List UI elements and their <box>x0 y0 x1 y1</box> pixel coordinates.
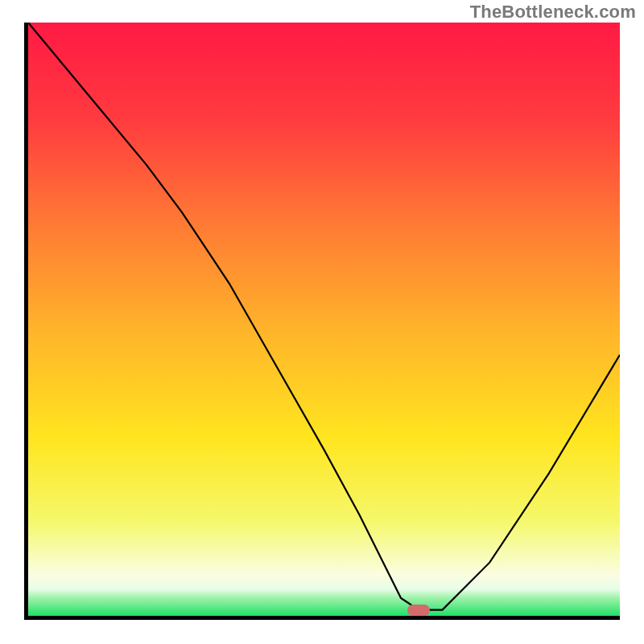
optimal-point-marker <box>407 605 430 616</box>
bottleneck-curve <box>28 23 620 616</box>
watermark-text: TheBottleneck.com <box>470 2 636 23</box>
plot-area <box>28 23 620 616</box>
plot-axes <box>24 23 620 620</box>
